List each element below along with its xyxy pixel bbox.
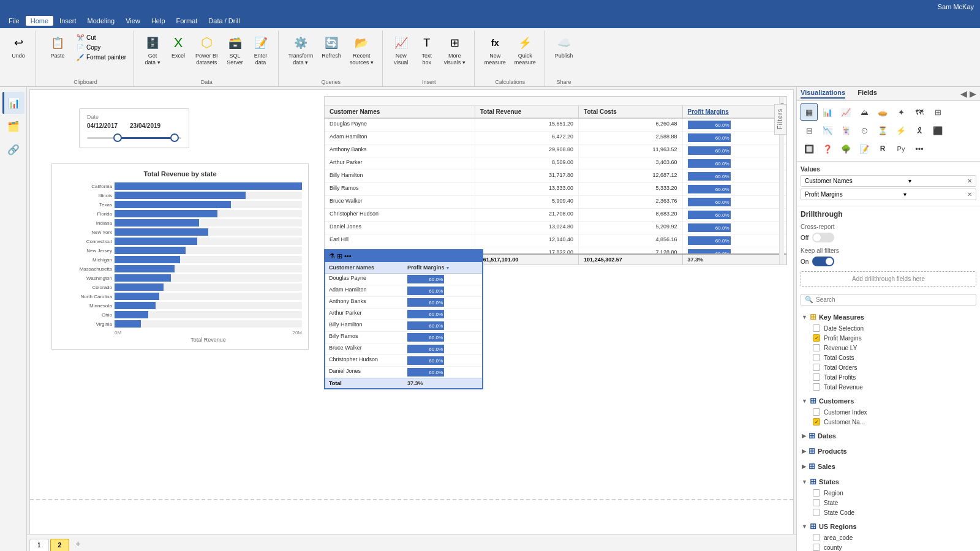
viz-map-icon[interactable]: 🗺 [911, 103, 928, 121]
viz-bar-chart-icon[interactable]: ▦ [801, 103, 818, 121]
viz-smart-narr-icon[interactable]: 📝 [856, 140, 873, 157]
dropdown-x-1[interactable]: ✕ [967, 178, 972, 184]
field-revenue-ly[interactable]: Revenue LY [801, 343, 976, 353]
sql-button[interactable]: 🗃️ SQLServer [223, 32, 247, 69]
field-customer-names[interactable]: ✓ Customer Na... [801, 417, 976, 427]
quick-measure-button[interactable]: ⚡ Quickmeasure [511, 32, 540, 69]
col-total-costs[interactable]: Total Costs [579, 106, 682, 118]
drill-row[interactable]: Billy Ramos 60.0% [325, 332, 482, 343]
table-row[interactable]: Billy Hamilton 31,717.80 12,687.12 60.0% [325, 170, 786, 183]
menu-data-drill[interactable]: Data / Drill [203, 16, 244, 26]
copy-button[interactable]: 📄 Copy [74, 43, 129, 52]
table-row[interactable]: Adam Hamilton 6,472.20 2,588.88 60.0% [325, 132, 786, 144]
drill-col-margin[interactable]: Profit Margins [404, 262, 482, 273]
new-measure-button[interactable]: fx Newmeasure [481, 32, 510, 69]
total-profits-checkbox[interactable] [813, 373, 820, 381]
panel-expand-icon[interactable]: ▶ [970, 89, 976, 99]
viz-slicer-icon[interactable]: 🔲 [801, 140, 818, 157]
customer-names-checkbox[interactable]: ✓ [813, 418, 820, 425]
sales-header[interactable]: ▶ ⊞ Sales [801, 460, 976, 473]
drill-expand-icon[interactable]: ⊞ [337, 252, 342, 260]
menu-format[interactable]: Format [172, 16, 203, 26]
total-costs-checkbox[interactable] [813, 354, 820, 361]
col-profit-margins[interactable]: Profit Margins [683, 106, 786, 118]
dates-header[interactable]: ▶ ⊞ Dates [801, 429, 976, 442]
nav-report-button[interactable]: 📊 [2, 92, 24, 114]
panel-collapse-icon[interactable]: ◀ [960, 89, 967, 99]
viz-gauge-icon[interactable]: ⏲ [856, 122, 873, 139]
viz-card-icon[interactable]: 🃏 [837, 122, 854, 139]
keep-filters-toggle[interactable] [812, 257, 834, 266]
format-painter-button[interactable]: 🖌️ Format painter [74, 53, 129, 62]
drill-row[interactable]: Billy Hamilton 60.0% [325, 320, 482, 332]
slider-handle-left[interactable] [113, 133, 122, 142]
field-total-orders[interactable]: Total Orders [801, 362, 976, 372]
drill-more-icon[interactable]: ••• [344, 252, 352, 260]
table-row[interactable]: Arthur Parker 8,509.00 3,403.60 60.0% [325, 157, 786, 170]
paste-button[interactable]: 📋 Paste [42, 32, 73, 62]
tab-visualizations[interactable]: Visualizations [801, 89, 845, 99]
field-county[interactable]: county [801, 542, 976, 551]
power-bi-button[interactable]: ⬡ Power BIdatasets [192, 32, 222, 69]
viz-waterfall-icon[interactable]: ⚡ [892, 122, 910, 139]
menu-insert[interactable]: Insert [55, 16, 81, 26]
viz-area-chart-icon[interactable]: ⛰ [856, 103, 873, 121]
customer-names-dropdown[interactable]: Customer Names ▾ ✕ [801, 175, 976, 187]
date-selection-checkbox[interactable] [813, 324, 820, 332]
col-total-revenue[interactable]: Total Revenue [475, 106, 579, 118]
text-box-button[interactable]: T Textbox [415, 32, 439, 69]
excel-button[interactable]: X Excel [166, 32, 190, 62]
viz-line-chart-icon[interactable]: 📈 [837, 103, 854, 121]
revenue-ly-checkbox[interactable] [813, 344, 820, 351]
customers-header[interactable]: ▼ ⊞ Customers [801, 394, 976, 407]
field-total-revenue[interactable]: Total Revenue [801, 382, 976, 392]
field-profit-margins[interactable]: ✓ Profit Margins [801, 333, 976, 343]
table-row[interactable]: Christopher Hudson 21,708.00 8,683.20 60… [325, 209, 786, 222]
filters-panel-tab[interactable]: Filters [774, 104, 786, 135]
field-area-code[interactable]: area_code [801, 533, 976, 542]
menu-help[interactable]: Help [146, 16, 170, 26]
page-tab-2[interactable]: 2 [50, 539, 70, 551]
field-total-costs[interactable]: Total Costs [801, 353, 976, 362]
cross-report-toggle[interactable] [812, 233, 834, 242]
total-orders-checkbox[interactable] [813, 364, 820, 371]
menu-file[interactable]: File [4, 16, 24, 26]
viz-pie-chart-icon[interactable]: 🥧 [874, 103, 891, 121]
table-row[interactable]: Daniel Jones 13,024.80 5,209.92 60.0% [325, 222, 786, 234]
slider-handle-right[interactable] [170, 133, 179, 142]
table-row[interactable]: Earl Hill 12,140.40 4,856.16 60.0% [325, 234, 786, 247]
us-regions-header[interactable]: ▼ ⊞ US Regions [801, 520, 976, 533]
states-header[interactable]: ▼ ⊞ States [801, 475, 976, 488]
menu-modeling[interactable]: Modeling [83, 16, 120, 26]
key-measures-header[interactable]: ▼ ⊞ Key Measures [801, 310, 976, 323]
state-checkbox[interactable] [813, 499, 820, 506]
more-visuals-button[interactable]: ⊞ Morevisuals ▾ [440, 32, 469, 69]
menu-view[interactable]: View [121, 16, 145, 26]
field-state[interactable]: State [801, 498, 976, 508]
products-header[interactable]: ▶ ⊞ Products [801, 444, 976, 457]
date-slider[interactable] [87, 133, 181, 143]
total-revenue-checkbox[interactable] [813, 383, 820, 391]
recent-sources-button[interactable]: 📂 Recentsources ▾ [346, 32, 377, 69]
field-total-profits[interactable]: Total Profits [801, 372, 976, 382]
viz-kpi-icon[interactable]: 📉 [819, 122, 836, 139]
publish-button[interactable]: ☁️ Publish [551, 32, 577, 62]
drill-row[interactable]: Bruce Walker 60.0% [325, 343, 482, 355]
nav-model-button[interactable]: 🔗 [2, 138, 24, 160]
table-row[interactable]: Douglas Payne 15,651.20 6,260.48 60.0% [325, 119, 786, 132]
get-data-button[interactable]: 🗄️ Getdata ▾ [140, 32, 165, 69]
table-row[interactable]: Bruce Walker 5,909.40 2,363.76 60.0% [325, 196, 786, 209]
viz-treemap-icon[interactable]: ⬛ [929, 122, 946, 139]
profit-margins-dropdown[interactable]: Profit Margins ▾ ✕ [801, 189, 976, 200]
date-filter[interactable]: Date 04/12/2017 23/04/2019 [79, 108, 189, 148]
refresh-button[interactable]: 🔄 Refresh [318, 32, 345, 62]
tab-fields[interactable]: Fields [858, 89, 877, 99]
area-code-checkbox[interactable] [813, 534, 820, 541]
drill-row[interactable]: Adam Hamilton 60.0% [325, 285, 482, 297]
customer-index-checkbox[interactable] [813, 408, 820, 416]
drill-filter-icon[interactable]: ⚗ [329, 252, 335, 260]
viz-scatter-icon[interactable]: ✦ [892, 103, 910, 121]
drill-row[interactable]: Anthony Banks 60.0% [325, 297, 482, 309]
viz-more-icon[interactable]: ••• [911, 140, 928, 157]
new-visual-button[interactable]: 📈 Newvisual [389, 32, 413, 69]
